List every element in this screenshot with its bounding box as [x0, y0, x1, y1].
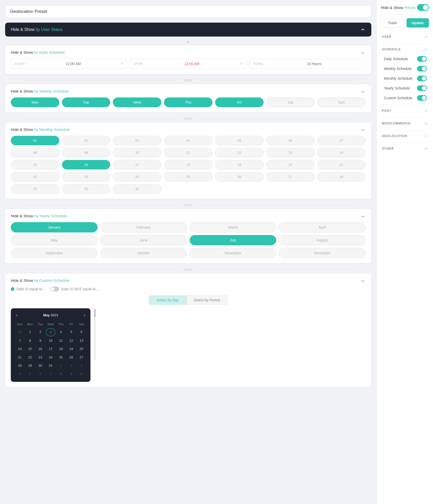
- select-by-day-tab[interactable]: Select by Day: [149, 295, 186, 305]
- schedule-section-header[interactable]: SCHEDULE: [381, 45, 429, 54]
- update-button[interactable]: Update: [407, 18, 429, 28]
- trash-button[interactable]: Trash: [381, 18, 404, 28]
- cal-day-cell[interactable]: 18: [56, 345, 66, 353]
- month-day-btn-24[interactable]: 24: [113, 172, 161, 182]
- cal-day-cell[interactable]: 22: [25, 354, 35, 361]
- month-btn-march[interactable]: March: [190, 222, 277, 232]
- cal-prev-btn[interactable]: ‹: [15, 312, 19, 318]
- month-day-btn-13[interactable]: 13: [266, 148, 315, 157]
- month-day-btn-11[interactable]: 11: [164, 148, 213, 157]
- month-day-btn-06[interactable]: 06: [266, 136, 315, 145]
- month-btn-december[interactable]: December: [279, 248, 366, 258]
- nav-toggle-monthly_schedule[interactable]: [417, 76, 427, 81]
- month-day-btn-18[interactable]: 18: [164, 160, 213, 169]
- month-day-btn-14[interactable]: 14: [317, 148, 366, 157]
- nav-item-custom-schedule[interactable]: Custom Schedule: [381, 93, 429, 103]
- month-btn-july[interactable]: July: [190, 235, 277, 245]
- day-btn-fri[interactable]: Fri: [215, 97, 264, 107]
- page-title-input[interactable]: [5, 5, 371, 18]
- cal-day-cell[interactable]: 24: [46, 354, 56, 361]
- month-day-btn-01[interactable]: 01: [11, 136, 59, 145]
- date-type-toggle[interactable]: [50, 287, 59, 291]
- cal-day-cell[interactable]: 28: [15, 362, 25, 370]
- start-time-field[interactable]: START: 12:00 AM ×: [11, 59, 127, 69]
- month-day-btn-16[interactable]: 16: [62, 160, 110, 169]
- month-btn-september[interactable]: September: [11, 248, 98, 258]
- cal-day-cell[interactable]: 30: [15, 328, 25, 336]
- day-btn-sun[interactable]: Sun: [317, 97, 366, 107]
- cal-day-cell[interactable]: 13: [77, 337, 86, 345]
- day-btn-mon[interactable]: Mon: [11, 97, 59, 107]
- cal-day-cell[interactable]: 16: [35, 345, 45, 353]
- day-btn-tue[interactable]: Tue: [62, 97, 110, 107]
- cal-day-cell[interactable]: 26: [66, 354, 76, 361]
- cal-day-cell[interactable]: 8: [56, 370, 66, 378]
- cal-day-cell[interactable]: 3: [46, 328, 56, 336]
- cal-day-cell[interactable]: 11: [56, 337, 66, 345]
- nav-item-yearly-schedule[interactable]: Yearly Schedule: [381, 83, 429, 93]
- month-day-btn-17[interactable]: 17: [113, 160, 161, 169]
- nav-toggle-custom_schedule[interactable]: [417, 95, 427, 101]
- date-is-not-option[interactable]: Date IS NOT equal to...: [50, 287, 98, 291]
- cal-day-cell[interactable]: 10: [46, 337, 56, 345]
- cal-day-cell[interactable]: 27: [77, 354, 86, 361]
- stop-time-field[interactable]: STOP: 12:00 AM ×: [130, 59, 246, 69]
- post-section-header[interactable]: POST: [381, 106, 429, 115]
- user-status-header[interactable]: Hide & Show by User Status: [5, 23, 371, 37]
- day-btn-thu[interactable]: Thu: [164, 97, 213, 107]
- cal-day-cell[interactable]: 12: [66, 337, 76, 345]
- cal-day-cell[interactable]: 4: [56, 328, 66, 336]
- month-btn-april[interactable]: April: [279, 222, 366, 232]
- cal-day-cell[interactable]: 1: [56, 362, 66, 370]
- cal-day-cell[interactable]: 5: [25, 370, 35, 378]
- day-btn-wed[interactable]: Wed: [113, 97, 161, 107]
- month-day-btn-09[interactable]: 09: [62, 148, 110, 157]
- nav-item-daily-schedule[interactable]: Daily Schedule: [381, 54, 429, 64]
- month-btn-may[interactable]: May: [11, 235, 98, 245]
- month-day-btn-07[interactable]: 07: [317, 136, 366, 145]
- month-day-btn-08[interactable]: 08: [11, 148, 59, 157]
- month-btn-october[interactable]: October: [100, 248, 187, 258]
- other-section-header[interactable]: OTHER: [381, 144, 429, 153]
- preset-toggle[interactable]: [417, 4, 429, 11]
- cal-day-cell[interactable]: 2: [35, 328, 45, 336]
- cal-day-cell[interactable]: 4: [15, 370, 25, 378]
- month-day-btn-15[interactable]: 15: [11, 160, 59, 169]
- stop-clear-btn[interactable]: ×: [240, 61, 242, 66]
- month-day-btn-02[interactable]: 02: [62, 136, 110, 145]
- month-day-btn-27[interactable]: 27: [266, 172, 315, 182]
- month-day-btn-05[interactable]: 05: [215, 136, 264, 145]
- month-btn-november[interactable]: November: [190, 248, 277, 258]
- geolocation-section-header[interactable]: GEOLOCATION: [381, 131, 429, 141]
- cal-day-cell[interactable]: 14: [15, 345, 25, 353]
- nav-toggle-yearly_schedule[interactable]: [417, 85, 427, 91]
- cal-day-cell[interactable]: 2: [66, 362, 76, 370]
- cal-day-cell[interactable]: 3: [77, 362, 86, 370]
- cal-day-cell[interactable]: 8: [25, 337, 35, 345]
- cal-day-cell[interactable]: 9: [66, 370, 76, 378]
- month-day-btn-23[interactable]: 23: [62, 172, 110, 182]
- cal-day-cell[interactable]: 6: [35, 370, 45, 378]
- month-day-btn-10[interactable]: 10: [113, 148, 161, 157]
- month-day-btn-21[interactable]: 21: [317, 160, 366, 169]
- nav-toggle-daily_schedule[interactable]: [417, 56, 427, 62]
- month-btn-january[interactable]: January: [11, 222, 98, 232]
- day-btn-sat[interactable]: Sat: [266, 97, 315, 107]
- nav-toggle-weekly_schedule[interactable]: [417, 66, 427, 71]
- month-day-btn-26[interactable]: 26: [215, 172, 264, 182]
- cal-next-btn[interactable]: ›: [83, 312, 86, 318]
- month-day-btn-03[interactable]: 03: [113, 136, 161, 145]
- cal-day-cell[interactable]: 29: [25, 362, 35, 370]
- month-day-btn-30[interactable]: 30: [62, 184, 110, 194]
- nav-item-weekly-schedule[interactable]: Weekly Schedule: [381, 64, 429, 74]
- start-clear-btn[interactable]: ×: [121, 61, 123, 66]
- cal-day-cell[interactable]: 17: [46, 345, 56, 353]
- weekly-chevron-icon[interactable]: [360, 89, 366, 95]
- month-day-btn-28[interactable]: 28: [317, 172, 366, 182]
- month-day-btn-12[interactable]: 12: [215, 148, 264, 157]
- month-btn-february[interactable]: February: [100, 222, 187, 232]
- month-day-btn-19[interactable]: 19: [215, 160, 264, 169]
- custom-chevron-icon[interactable]: [360, 278, 366, 285]
- nav-item-monthly-schedule[interactable]: Monthly Schedule: [381, 74, 429, 83]
- month-day-btn-25[interactable]: 25: [164, 172, 213, 182]
